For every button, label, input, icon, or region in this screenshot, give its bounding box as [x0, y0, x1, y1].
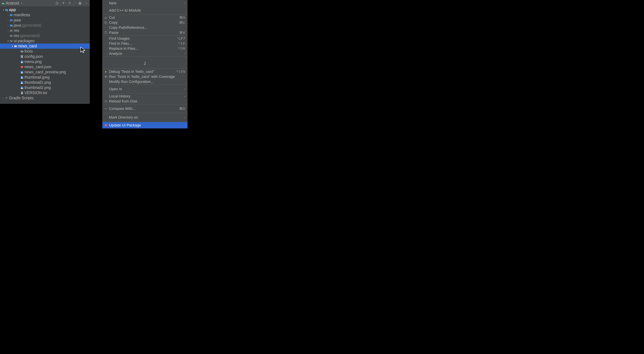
target-icon[interactable]	[55, 2, 59, 5]
tree-item-gradle-scripts[interactable]: › Gradle Scripts	[0, 95, 90, 101]
panel-toolbar: |	[55, 1, 88, 5]
chevron-down-icon[interactable]: ▾	[2, 8, 5, 11]
menu-separator	[102, 35, 188, 36]
gear-icon[interactable]	[78, 2, 82, 5]
menu-item-open-in[interactable]: Open In ›	[102, 85, 188, 93]
module-icon	[5, 8, 8, 11]
chevron-right-icon[interactable]: ›	[6, 29, 10, 32]
chevron-down-icon[interactable]: ▾	[11, 45, 14, 47]
menu-item-paste[interactable]: Paste ⌘V	[102, 30, 188, 35]
svg-point-21	[21, 77, 22, 77]
svg-point-12	[12, 25, 12, 27]
folder-icon	[10, 29, 13, 32]
chevron-right-icon[interactable]: ›	[6, 14, 10, 16]
tree-item-news-card-preview[interactable]: news_card_preview.png	[0, 69, 90, 75]
menu-separator	[102, 69, 188, 69]
menu-item-cut[interactable]: Cut ⌘X	[102, 15, 188, 20]
copy-icon	[104, 21, 108, 24]
tree-item-ui-packages[interactable]: ▾ ui-packages	[0, 38, 90, 43]
tree-item-fonts[interactable]: fonts	[0, 49, 90, 54]
context-menu: New › Add C++ to Module Cut ⌘X Copy ⌘C C…	[102, 0, 188, 128]
menu-item-local-history[interactable]: Local History ›	[102, 94, 188, 99]
tilde-icon: ꝛ	[144, 59, 146, 66]
menu-item-analyze[interactable]: Analyze ›	[102, 51, 188, 56]
collapse-icon[interactable]	[68, 2, 72, 5]
tree-item-res[interactable]: › res	[0, 28, 90, 33]
chevron-right-icon: ›	[184, 116, 185, 119]
svg-point-1	[57, 3, 57, 3]
menu-item-find-usages[interactable]: Find Usages ⌥F7	[102, 36, 188, 41]
tree-item-version-txt[interactable]: VERSION.txt	[0, 90, 90, 95]
paste-icon	[104, 31, 108, 34]
tree-item-java-generated[interactable]: › java (generated)	[0, 23, 90, 28]
svg-point-38	[105, 71, 106, 73]
tree-item-thumbnail2[interactable]: thumbnail2.png	[0, 85, 90, 90]
menu-item-add-cpp[interactable]: Add C++ to Module	[102, 6, 188, 14]
expand-icon[interactable]	[62, 2, 65, 5]
folder-icon	[10, 19, 13, 22]
menu-item-find-in-files[interactable]: Find in Files... ^⇧F	[102, 41, 188, 46]
tree-item-thumbnail-jpeg[interactable]: thumbnail.jpeg	[0, 75, 90, 80]
folder-icon	[10, 34, 13, 37]
tree-item-menu-png[interactable]: menu.png	[0, 59, 90, 64]
folder-icon	[14, 45, 17, 48]
folder-icon	[10, 39, 13, 42]
project-tool-window: Android ▾ | ▾ app › manifests › java	[0, 0, 90, 104]
tree-item-res-generated[interactable]: res (generated)	[0, 33, 90, 38]
menu-item-replace-in-files[interactable]: Replace in Files... ^⇧R	[102, 46, 188, 51]
menu-item-update-ui-package[interactable]: Update UI Package	[102, 122, 188, 128]
separator: |	[74, 1, 75, 5]
chevron-down-icon[interactable]: ▾	[6, 40, 10, 42]
svg-line-33	[105, 16, 106, 18]
svg-point-30	[105, 18, 106, 19]
tree-item-news-card[interactable]: ▾ news_card	[0, 43, 90, 49]
view-selector[interactable]: Android ▾	[2, 1, 55, 5]
svg-line-32	[105, 16, 106, 18]
cut-icon	[104, 16, 108, 19]
folder-icon	[20, 50, 24, 53]
menu-item-copy-path[interactable]: Copy Path/Reference...	[102, 25, 188, 30]
menu-separator	[102, 122, 188, 122]
tree-item-java[interactable]: › java	[0, 17, 90, 23]
text-file-icon	[20, 91, 24, 94]
menu-separator	[102, 56, 188, 57]
minimize-icon[interactable]	[85, 2, 88, 5]
chevron-right-icon[interactable]: ›	[6, 24, 10, 27]
tree-item-news-card-json[interactable]: news_card.json	[0, 64, 90, 69]
image-file-icon	[20, 76, 24, 79]
menu-item-run-coverage[interactable]: Run 'Tests in 'hello_card'' with Coverag…	[102, 74, 188, 79]
chevron-right-icon: ›	[184, 95, 185, 98]
image-file-icon	[20, 60, 24, 63]
svg-point-23	[21, 82, 22, 82]
tree-item-app[interactable]: ▾ app	[0, 7, 90, 12]
chevron-right-icon[interactable]: ›	[2, 97, 5, 99]
menu-item-reload-disk[interactable]: Reload from Disk	[102, 99, 188, 104]
tree-item-thumbnail1[interactable]: thumbnail1.png	[0, 80, 90, 85]
folder-icon	[10, 13, 13, 16]
image-file-icon	[20, 71, 24, 74]
svg-point-16	[21, 61, 22, 62]
menu-refactor-placeholder: ꝛ	[102, 57, 188, 68]
project-tree[interactable]: ▾ app › manifests › java › java (generat…	[0, 7, 90, 101]
menu-item-compare-with[interactable]: Compare With... ⌘D	[102, 105, 188, 113]
menu-item-new[interactable]: New ›	[102, 0, 188, 6]
menu-item-debug-tests[interactable]: Debug 'Tests in 'hello_card'' ^⇧F9	[102, 69, 188, 74]
menu-separator	[102, 14, 188, 15]
chevron-right-icon[interactable]: ›	[6, 19, 10, 22]
relay-file-icon	[20, 65, 24, 68]
svg-point-31	[106, 18, 107, 19]
menu-item-mark-directory[interactable]: Mark Directory as ›	[102, 113, 188, 121]
chevron-right-icon: ›	[184, 52, 185, 55]
menu-item-copy[interactable]: Copy ⌘C	[102, 20, 188, 25]
svg-point-17	[21, 66, 23, 68]
bug-icon	[104, 70, 108, 73]
svg-rect-37	[106, 31, 106, 32]
svg-point-25	[21, 87, 22, 88]
tree-item-manifests[interactable]: › manifests	[0, 12, 90, 17]
menu-item-modify-run[interactable]: Modify Run Configuration...	[102, 79, 188, 84]
svg-text:{}: {}	[21, 56, 22, 58]
tree-item-config-json[interactable]: {} config.json	[0, 54, 90, 59]
svg-rect-35	[105, 22, 107, 24]
relay-icon	[104, 124, 108, 127]
android-icon	[2, 2, 5, 5]
